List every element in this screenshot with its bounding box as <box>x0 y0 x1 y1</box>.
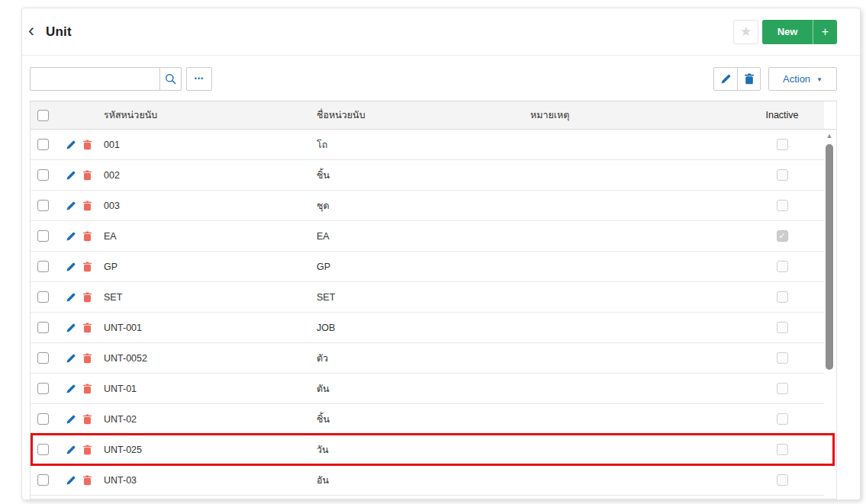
table-header: รหัสหน่วยนับ ชื่อหน่วยนับ หมายเหตุ Inact… <box>31 101 836 130</box>
row-delete-icon[interactable] <box>82 445 92 455</box>
inactive-checkbox[interactable] <box>777 291 788 303</box>
scroll-up-arrow-icon[interactable]: ▲ <box>825 131 834 142</box>
row-edit-icon[interactable] <box>66 201 76 211</box>
inactive-checkbox[interactable] <box>777 352 788 364</box>
header-select-cell <box>31 110 66 121</box>
row-delete-icon[interactable] <box>82 262 92 272</box>
row-delete-icon[interactable] <box>82 231 92 242</box>
row-select-cell <box>31 383 66 394</box>
new-plus-button[interactable]: + <box>813 20 837 44</box>
edit-button[interactable] <box>714 68 737 90</box>
inactive-checkbox[interactable] <box>777 261 788 272</box>
action-label: Action <box>783 73 810 85</box>
inactive-checkbox[interactable] <box>777 322 788 333</box>
inactive-checkbox[interactable] <box>777 413 788 425</box>
search-icon <box>165 73 176 85</box>
row-select-cell <box>31 291 66 303</box>
search-input[interactable] <box>30 67 159 91</box>
scrollbar-thumb[interactable] <box>826 144 833 370</box>
row-delete-icon[interactable] <box>82 475 92 486</box>
back-icon[interactable]: ‹ <box>28 21 34 42</box>
row-delete-icon[interactable] <box>82 384 92 394</box>
table-row: 002 ชิ้น <box>31 160 824 191</box>
unit-code: 001 <box>104 140 317 150</box>
row-edit-icon[interactable] <box>66 262 76 272</box>
row-inactive-cell <box>740 413 824 425</box>
action-dropdown-button[interactable]: Action ▼ <box>768 67 837 91</box>
row-delete-icon[interactable] <box>82 170 92 181</box>
delete-button[interactable] <box>737 68 760 90</box>
row-edit-icon[interactable] <box>66 231 76 242</box>
search-group <box>30 67 182 91</box>
row-select-cell <box>31 444 66 455</box>
inactive-checkbox[interactable] <box>777 169 788 181</box>
row-checkbox[interactable] <box>37 413 49 425</box>
row-checkbox[interactable] <box>37 230 49 242</box>
select-all-checkbox[interactable] <box>37 110 49 121</box>
unit-name: ชิ้น <box>317 412 530 427</box>
row-edit-icon[interactable] <box>66 323 76 333</box>
inactive-checkbox[interactable] <box>777 474 788 486</box>
row-edit-icon[interactable] <box>66 170 76 181</box>
row-edit-icon[interactable] <box>66 445 76 455</box>
favorite-star-icon[interactable]: ★ <box>733 20 758 44</box>
row-delete-icon[interactable] <box>82 323 92 333</box>
row-edit-icon[interactable] <box>66 414 76 425</box>
row-checkbox[interactable] <box>37 444 49 455</box>
search-button[interactable] <box>159 67 182 91</box>
unit-name: อัน <box>317 473 530 488</box>
row-delete-icon[interactable] <box>82 201 92 211</box>
row-inactive-cell <box>740 322 824 333</box>
unit-code: UNT-01 <box>104 384 317 394</box>
units-table: รหัสหน่วยนับ ชื่อหน่วยนับ หมายเหตุ Inact… <box>30 101 837 499</box>
row-select-cell <box>31 261 66 272</box>
row-checkbox[interactable] <box>37 322 49 333</box>
inactive-checkbox[interactable] <box>777 139 788 150</box>
table-row: UNT-01 ตัน <box>31 374 824 404</box>
row-checkbox[interactable] <box>37 352 49 364</box>
row-checkbox[interactable] <box>37 291 49 303</box>
row-edit-icon[interactable] <box>66 140 76 150</box>
row-edit-icon[interactable] <box>66 475 76 486</box>
row-edit-icon[interactable] <box>66 292 76 303</box>
row-checkbox[interactable] <box>37 474 49 486</box>
unit-name: ชิ้น <box>317 168 530 183</box>
page-header: ‹ Unit ★ New + <box>22 8 860 56</box>
table-row: 003 ชุด <box>31 191 824 221</box>
row-edit-icon[interactable] <box>66 353 76 364</box>
edit-delete-group <box>713 67 761 91</box>
row-checkbox[interactable] <box>37 261 49 272</box>
column-header-name[interactable]: ชื่อหน่วยนับ <box>317 108 530 123</box>
table-row: UNT-025 วัน <box>31 435 824 465</box>
row-checkbox[interactable] <box>37 200 49 211</box>
row-delete-icon[interactable] <box>82 140 92 150</box>
row-edit-icon[interactable] <box>66 384 76 394</box>
unit-name: ชุด <box>317 198 530 213</box>
inactive-checkbox[interactable] <box>777 200 788 211</box>
vertical-scrollbar[interactable]: ▲ <box>825 131 834 497</box>
column-header-code[interactable]: รหัสหน่วยนับ <box>104 108 317 123</box>
row-select-cell <box>31 200 66 211</box>
more-options-button[interactable]: ••• <box>186 67 212 91</box>
column-header-inactive[interactable]: Inactive <box>740 110 824 120</box>
toolbar: ••• Action ▼ <box>30 67 837 91</box>
column-header-remark[interactable]: หมายเหตุ <box>530 108 740 123</box>
inactive-checkbox[interactable] <box>777 230 788 242</box>
row-checkbox[interactable] <box>37 383 49 394</box>
new-button[interactable]: New <box>762 20 813 44</box>
row-inactive-cell <box>740 169 824 181</box>
row-checkbox[interactable] <box>37 139 49 150</box>
unit-name: SET <box>317 292 530 303</box>
row-delete-icon[interactable] <box>82 292 92 303</box>
inactive-checkbox[interactable] <box>777 444 788 455</box>
row-select-cell <box>31 230 66 242</box>
header-scrollbar-spacer <box>824 101 836 129</box>
inactive-checkbox[interactable] <box>777 383 788 394</box>
unit-name: ตัน <box>317 381 530 396</box>
row-delete-icon[interactable] <box>82 353 92 364</box>
row-inactive-cell <box>740 444 824 455</box>
row-checkbox[interactable] <box>37 169 49 181</box>
unit-code: UNT-03 <box>104 475 317 486</box>
row-delete-icon[interactable] <box>82 414 92 425</box>
unit-name: วัน <box>317 442 530 457</box>
